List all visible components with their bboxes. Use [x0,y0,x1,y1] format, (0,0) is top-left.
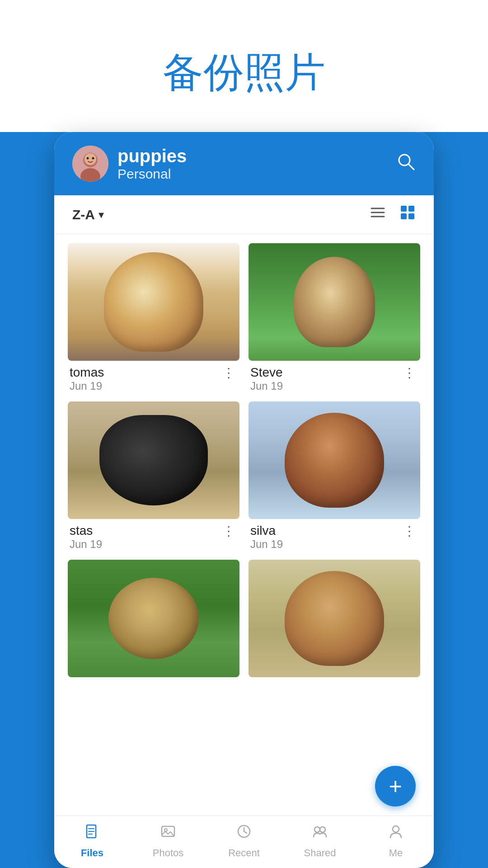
svg-rect-14 [408,213,414,219]
content-area: tomasJun 19⋮SteveJun 19⋮stasJun 19⋮silva… [54,234,434,816]
search-button[interactable] [396,151,416,176]
file-thumbnail [249,401,420,519]
chevron-down-icon: ▾ [99,208,104,221]
item-text: SteveJun 19 [250,365,283,392]
files-label: Files [81,847,103,859]
nav-item-photos[interactable]: Photos [130,823,206,859]
list-item[interactable]: stasJun 19⋮ [68,401,239,551]
svg-point-26 [393,826,399,832]
list-item[interactable] [249,560,420,677]
item-date: Jun 19 [70,380,104,392]
avatar [72,146,108,182]
list-view-button[interactable] [370,204,386,225]
nav-item-files[interactable]: Files [54,823,130,859]
more-options-icon[interactable]: ⋮ [221,365,238,380]
item-info: stasJun 19⋮ [68,519,239,551]
item-name: silva [250,524,283,538]
toolbar: Z-A ▾ [54,195,434,234]
item-name: Steve [250,365,283,380]
fab-button[interactable]: + [375,766,416,807]
files-grid: tomasJun 19⋮SteveJun 19⋮stasJun 19⋮silva… [68,243,420,677]
item-date: Jun 19 [70,538,102,551]
photos-icon [160,823,176,844]
phone-frame: puppies Personal Z-A ▾ [54,132,434,868]
sort-label: Z-A [72,207,95,222]
nav-item-recent[interactable]: Recent [206,823,282,859]
me-label: Me [389,847,403,859]
item-text: tomasJun 19 [70,365,104,392]
list-item[interactable] [68,560,239,677]
files-icon [84,823,100,844]
svg-line-7 [408,164,414,170]
more-options-icon[interactable]: ⋮ [221,524,238,538]
svg-point-20 [164,829,167,831]
fab-plus-icon: + [389,775,402,797]
more-options-icon[interactable]: ⋮ [401,365,418,380]
item-info: tomasJun 19⋮ [68,361,239,392]
recent-label: Recent [228,847,260,859]
nav-item-shared[interactable]: Shared [282,823,358,859]
file-thumbnail [68,243,239,361]
svg-line-23 [244,831,247,833]
photos-label: Photos [153,847,184,859]
svg-point-25 [320,827,325,832]
svg-rect-12 [408,206,414,212]
file-thumbnail [68,560,239,677]
item-date: Jun 19 [250,538,283,551]
header-text: puppies Personal [117,146,387,182]
file-thumbnail [249,243,420,361]
more-options-icon[interactable]: ⋮ [401,524,418,538]
list-item[interactable]: tomasJun 19⋮ [68,243,239,392]
file-thumbnail [249,560,420,677]
grid-view-button[interactable] [399,204,416,225]
item-text: silvaJun 19 [250,524,283,551]
item-date: Jun 19 [250,380,283,392]
me-icon [388,823,404,844]
item-name: tomas [70,365,104,380]
list-item[interactable]: SteveJun 19⋮ [249,243,420,392]
header-title: puppies [117,146,387,166]
item-name: stas [70,524,102,538]
sort-selector[interactable]: Z-A ▾ [72,207,104,222]
svg-point-5 [92,157,94,160]
svg-point-4 [87,157,89,160]
svg-point-24 [314,827,320,832]
page-title: 备份照片 [0,27,488,114]
bottom-nav: Files Photos Recent Shared Me [54,816,434,868]
item-text: stasJun 19 [70,524,102,551]
file-thumbnail [68,401,239,519]
svg-rect-13 [401,213,407,219]
list-item[interactable]: silvaJun 19⋮ [249,401,420,551]
nav-item-me[interactable]: Me [358,823,434,859]
app-header: puppies Personal [54,132,434,195]
view-controls [370,204,416,225]
shared-label: Shared [304,847,336,859]
svg-point-3 [84,153,96,165]
item-info: SteveJun 19⋮ [249,361,420,392]
shared-icon [312,823,328,844]
header-subtitle: Personal [117,166,387,182]
item-info: silvaJun 19⋮ [249,519,420,551]
svg-rect-11 [401,206,407,212]
recent-icon [236,823,252,844]
